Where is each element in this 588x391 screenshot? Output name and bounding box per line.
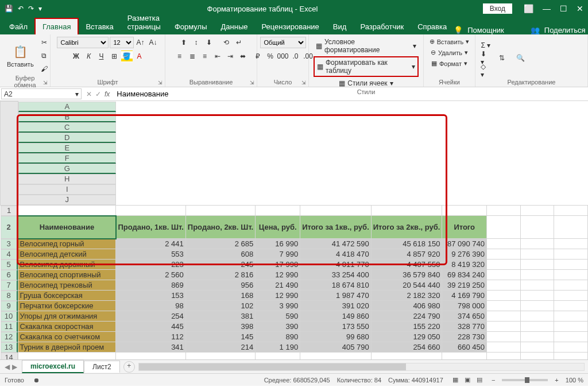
enter-formula-icon[interactable]: ✓ xyxy=(95,90,101,98)
data-cell[interactable]: 45 618 150 xyxy=(371,239,442,249)
data-cell[interactable]: 590 xyxy=(256,311,300,322)
row-header[interactable]: 3 xyxy=(1,239,18,249)
merge-icon[interactable]: ⬌ xyxy=(237,51,249,62)
conditional-formatting-button[interactable]: ▦Условное форматирование ▾ xyxy=(314,37,419,55)
cell[interactable] xyxy=(185,205,255,216)
table-header-cell[interactable]: Итого за 2кв., руб. xyxy=(371,216,442,239)
row-header[interactable]: 8 xyxy=(1,291,18,301)
number-dialog-icon[interactable]: ⇲ xyxy=(301,80,306,86)
data-cell[interactable]: 398 xyxy=(185,322,255,332)
data-cell[interactable]: 41 472 590 xyxy=(300,239,372,249)
tab-formulas[interactable]: Формулы xyxy=(168,19,214,34)
data-cell[interactable]: 98 xyxy=(116,301,185,311)
percent-icon[interactable]: % xyxy=(265,51,276,62)
data-cell[interactable]: 374 650 xyxy=(442,311,487,322)
cell[interactable] xyxy=(116,205,185,216)
data-cell[interactable]: 4 418 470 xyxy=(300,249,372,260)
grow-font-icon[interactable]: A↑ xyxy=(135,37,146,48)
align-center-icon[interactable]: ≣ xyxy=(187,51,198,62)
data-cell[interactable]: 608 xyxy=(185,249,255,260)
clipboard-dialog-icon[interactable]: ⇲ xyxy=(43,80,48,86)
data-cell[interactable]: Велосипед дорожный xyxy=(18,260,116,270)
underline-button[interactable]: Ч xyxy=(96,51,107,62)
column-header[interactable]: C xyxy=(18,122,116,133)
font-dialog-icon[interactable]: ⇲ xyxy=(158,80,163,86)
currency-icon[interactable]: ₽ xyxy=(252,51,264,62)
tellme-label[interactable]: Помощник xyxy=(467,26,504,34)
column-header[interactable]: E xyxy=(18,143,116,153)
maximize-icon[interactable]: ☐ xyxy=(560,4,567,13)
column-header[interactable]: G xyxy=(18,164,116,174)
save-icon[interactable]: 💾 xyxy=(5,5,13,13)
cell[interactable] xyxy=(256,353,300,360)
fx-icon[interactable]: fx xyxy=(105,90,110,98)
login-button[interactable]: Вход xyxy=(483,3,512,14)
data-cell[interactable]: 173 550 xyxy=(300,322,372,332)
orientation-icon[interactable]: ⟲ xyxy=(220,37,232,48)
data-cell[interactable]: 102 xyxy=(185,301,255,311)
sort-filter-icon[interactable]: ⇅ xyxy=(494,50,510,66)
data-cell[interactable]: Скакалка со счетчиком xyxy=(18,332,116,342)
font-size-select[interactable]: 12 xyxy=(110,37,134,48)
wrap-text-icon[interactable]: ↵ xyxy=(233,37,245,48)
sheet-nav-next-icon[interactable]: ▶ xyxy=(12,363,17,371)
data-cell[interactable]: 17 990 xyxy=(256,260,300,270)
add-sheet-button[interactable]: + xyxy=(123,361,135,373)
row-header[interactable]: 11 xyxy=(1,322,18,332)
borders-icon[interactable]: ⊞ xyxy=(109,51,120,62)
cell[interactable] xyxy=(116,353,185,360)
decrease-indent-icon[interactable]: ⇤ xyxy=(212,51,223,62)
data-cell[interactable]: 12 990 xyxy=(256,291,300,301)
page-break-view-icon[interactable]: ▤ xyxy=(474,376,485,383)
data-cell[interactable]: 445 xyxy=(116,322,185,332)
shrink-font-icon[interactable]: A↓ xyxy=(148,37,159,48)
cell-styles-button[interactable]: ▦Стили ячеек ▾ xyxy=(336,78,395,88)
data-cell[interactable]: 129 050 xyxy=(371,332,442,342)
row-header[interactable]: 6 xyxy=(1,270,18,280)
data-cell[interactable]: 553 xyxy=(116,249,185,260)
data-cell[interactable]: Перчатки боксерские xyxy=(18,301,116,311)
data-cell[interactable]: 890 xyxy=(256,332,300,342)
data-cell[interactable]: 3 990 xyxy=(256,301,300,311)
data-cell[interactable]: Велосипед трековый xyxy=(18,280,116,291)
cell[interactable] xyxy=(487,205,521,216)
macro-record-icon[interactable]: ⏺ xyxy=(33,377,40,384)
zoom-slider[interactable] xyxy=(502,379,548,381)
data-cell[interactable]: 391 020 xyxy=(300,301,372,311)
data-cell[interactable]: 214 xyxy=(185,342,255,353)
data-cell[interactable]: 112 xyxy=(116,332,185,342)
data-cell[interactable]: Велосипед детский xyxy=(18,249,116,260)
align-left-icon[interactable]: ≡ xyxy=(174,51,185,62)
thousand-icon[interactable]: 000 xyxy=(277,51,289,62)
table-header-cell[interactable]: Продано, 2кв. Шт. xyxy=(185,216,255,239)
row-header[interactable]: 9 xyxy=(1,301,18,311)
cell[interactable] xyxy=(520,205,554,216)
data-cell[interactable]: 21 490 xyxy=(256,280,300,291)
ribbon-options-icon[interactable]: ⬜ xyxy=(524,4,533,13)
row-header[interactable]: 1 xyxy=(1,206,18,216)
column-header[interactable]: F xyxy=(18,153,116,164)
data-cell[interactable]: 405 790 xyxy=(300,342,372,353)
clear-icon[interactable]: ◇ ▾ xyxy=(480,65,492,76)
name-box[interactable]: A2▾ xyxy=(1,88,82,99)
data-cell[interactable]: 155 220 xyxy=(371,322,442,332)
italic-button[interactable]: К xyxy=(83,51,95,62)
copy-icon[interactable]: ⧉ xyxy=(38,50,50,61)
data-cell[interactable]: 406 980 xyxy=(371,301,442,311)
data-cell[interactable]: 798 000 xyxy=(442,301,487,311)
data-cell[interactable]: 956 xyxy=(185,280,255,291)
redo-icon[interactable]: ↷ xyxy=(28,5,34,13)
table-header-cell[interactable]: Цена, руб. xyxy=(256,216,300,239)
data-cell[interactable]: Упоры для отжимания xyxy=(18,311,116,322)
horizontal-scrollbar[interactable] xyxy=(138,363,585,371)
row-header[interactable]: 4 xyxy=(1,249,18,260)
data-cell[interactable]: Скакалка скоростная xyxy=(18,322,116,332)
font-color-icon[interactable]: A xyxy=(134,51,145,62)
data-cell[interactable]: 99 680 xyxy=(300,332,372,342)
cancel-formula-icon[interactable]: ✕ xyxy=(86,90,92,98)
cell[interactable] xyxy=(300,205,372,216)
data-cell[interactable]: 7 990 xyxy=(256,249,300,260)
tab-review[interactable]: Рецензирование xyxy=(254,19,326,34)
data-cell[interactable]: 341 xyxy=(116,342,185,353)
data-cell[interactable]: 149 860 xyxy=(300,311,372,322)
